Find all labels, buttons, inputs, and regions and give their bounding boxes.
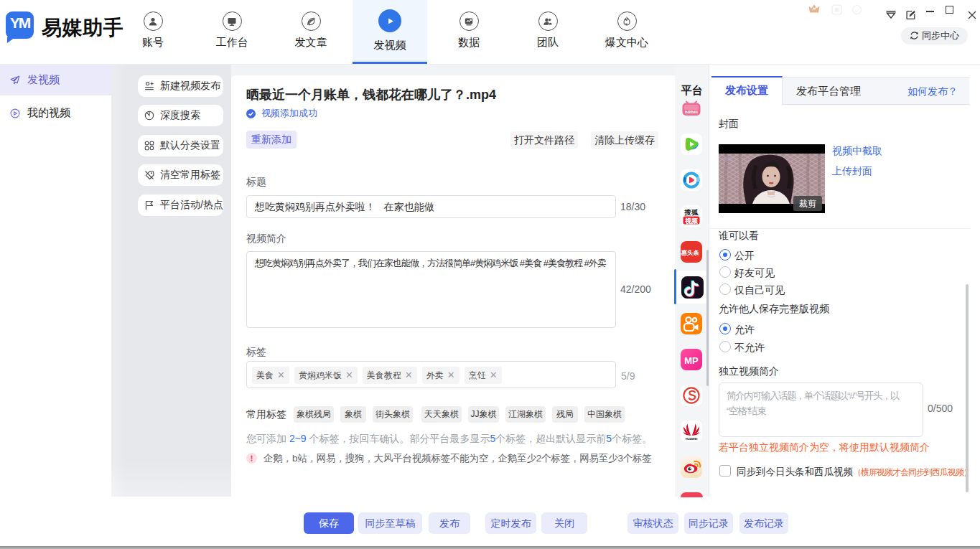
- svg-text:MP: MP: [684, 355, 699, 366]
- svg-text:惠头条: 惠头条: [681, 250, 700, 257]
- svg-text:搜狐: 搜狐: [684, 208, 699, 216]
- svg-text:寒舞: 寒舞: [724, 156, 734, 161]
- svg-text:视频: 视频: [684, 217, 699, 225]
- svg-text:bilibili: bilibili: [685, 109, 698, 114]
- svg-text:裁剪: 裁剪: [799, 199, 816, 209]
- svg-text:HUAWEI: HUAWEI: [686, 437, 698, 441]
